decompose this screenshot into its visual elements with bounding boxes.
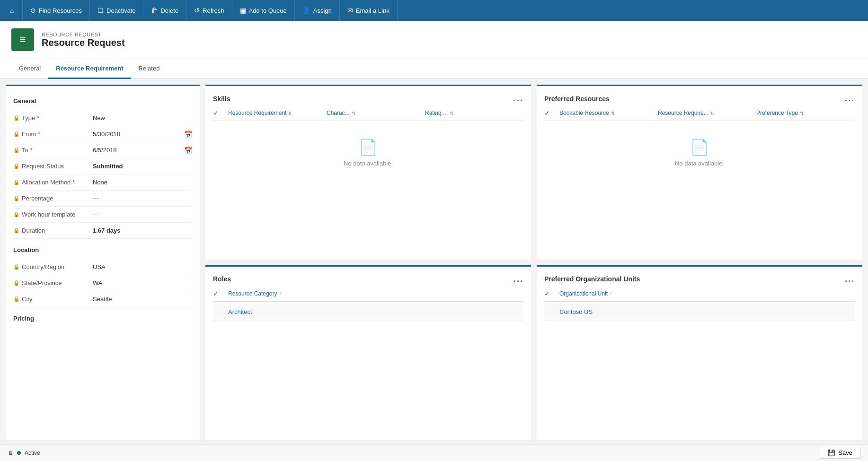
label-type: Type * xyxy=(22,114,93,122)
skills-col-resource-requirement[interactable]: Resource Requirement ⇅ xyxy=(228,110,327,116)
required-star-from: * xyxy=(38,131,40,138)
required-star-to: * xyxy=(30,147,33,154)
lock-icon-duration: 🔒 xyxy=(13,227,22,234)
status-bar: 🖥 Active 💾 Save xyxy=(0,444,868,445)
left-panel: General 🔒 Type * New 🔒 From * 5/30/2018 … xyxy=(6,85,200,440)
value-country-region[interactable]: USA xyxy=(93,263,192,270)
skills-col-charac[interactable]: Charac... ⇅ xyxy=(327,110,425,116)
sort-icon-charac: ⇅ xyxy=(352,111,355,116)
label-percentage: Percentage xyxy=(22,195,93,202)
preferred-org-units-panel: Preferred Organizational Units ... ✓ Org… xyxy=(537,265,862,440)
value-work-hour-template[interactable]: --- xyxy=(93,211,192,218)
lock-icon-country: 🔒 xyxy=(13,264,22,270)
refresh-button[interactable]: ↺ Refresh xyxy=(186,0,232,21)
page-title: Resource Request xyxy=(42,37,125,48)
delete-button[interactable]: 🗑 Delete xyxy=(143,0,186,21)
roles-ellipsis-button[interactable]: ... xyxy=(514,274,523,284)
ou-col-organizational-unit[interactable]: Organizational Unit ↑ xyxy=(559,290,855,297)
email-a-link-button[interactable]: ✉ Email a Link xyxy=(340,0,398,21)
skills-header: Skills ... xyxy=(213,94,523,104)
sort-icon-rating: ⇅ xyxy=(450,111,453,116)
label-from: From * xyxy=(22,130,93,138)
roles-row-0-value[interactable]: Architect xyxy=(228,308,523,315)
pr-col-preference-type[interactable]: Preference Type ⇅ xyxy=(756,110,855,116)
page-title-area: RESOURCE REQUEST Resource Request xyxy=(42,32,125,48)
tab-related[interactable]: Related xyxy=(131,59,168,79)
pr-check-col[interactable]: ✓ xyxy=(544,109,559,117)
preferred-resources-title: Preferred Resources xyxy=(544,95,610,103)
label-city: City xyxy=(22,296,93,303)
tab-general[interactable]: General xyxy=(11,59,48,79)
skills-ellipsis-button[interactable]: ... xyxy=(514,94,523,104)
right-panel: Preferred Resources ... ✓ Bookable Resou… xyxy=(537,85,862,440)
delete-icon: 🗑 xyxy=(151,7,158,14)
lock-icon-to: 🔒 xyxy=(13,147,22,153)
ou-check-col[interactable]: ✓ xyxy=(544,290,559,297)
value-percentage[interactable]: --- xyxy=(93,195,192,202)
add-to-queue-icon: ▣ xyxy=(240,7,246,14)
field-country-region: 🔒 Country/Region USA xyxy=(13,259,192,275)
lock-icon-type: 🔒 xyxy=(13,115,22,121)
skills-col-rating[interactable]: Rating ... ⇅ xyxy=(425,110,523,116)
add-to-queue-button[interactable]: ▣ Add to Queue xyxy=(232,0,295,21)
find-resources-icon: ⊙ xyxy=(30,7,36,14)
value-to[interactable]: 6/5/2018 xyxy=(93,147,182,154)
center-panel: Skills ... ✓ Resource Requirement ⇅ Char… xyxy=(205,85,531,440)
email-icon: ✉ xyxy=(347,7,353,14)
sort-icon-rr2: ⇅ xyxy=(710,111,714,116)
required-star-type: * xyxy=(37,115,39,122)
value-request-status[interactable]: Submitted xyxy=(93,163,192,170)
home-button[interactable]: ⌂ xyxy=(2,0,23,21)
pr-col-resource-require[interactable]: Resource Require... ⇅ xyxy=(658,110,756,116)
skills-empty-icon: 📄 xyxy=(359,138,378,156)
preferred-resources-grid-header: ✓ Bookable Resource ⇅ Resource Require..… xyxy=(544,109,855,121)
org-units-grid-header: ✓ Organizational Unit ↑ xyxy=(544,290,855,302)
value-type[interactable]: New xyxy=(93,114,192,122)
deactivate-button[interactable]: ☐ Deactivate xyxy=(90,0,143,21)
value-allocation-method[interactable]: None xyxy=(93,179,192,186)
roles-grid-header: ✓ Resource Category ↑ xyxy=(213,290,523,302)
pr-col-bookable-resource[interactable]: Bookable Resource ⇅ xyxy=(559,110,658,116)
calendar-icon-to[interactable]: 📅 xyxy=(184,147,192,154)
roles-row-0[interactable]: Architect xyxy=(213,304,523,321)
tab-resource-requirement[interactable]: Resource Requirement xyxy=(48,59,131,79)
calendar-icon-from[interactable]: 📅 xyxy=(184,130,192,138)
value-city[interactable]: Seattle xyxy=(93,296,192,303)
ou-row-0-value[interactable]: Contoso US xyxy=(559,308,855,315)
value-from[interactable]: 5/30/2018 xyxy=(93,130,182,138)
label-to: To * xyxy=(22,147,93,154)
lock-icon-status: 🔒 xyxy=(13,163,22,169)
roles-header: Roles ... xyxy=(213,274,523,284)
lock-icon-allocation: 🔒 xyxy=(13,179,22,185)
label-country-region: Country/Region xyxy=(22,263,93,270)
assign-icon: 👤 xyxy=(302,7,310,14)
roles-check-col[interactable]: ✓ xyxy=(213,290,228,297)
preferred-resources-header: Preferred Resources ... xyxy=(544,94,855,104)
roles-col-resource-category[interactable]: Resource Category ↑ xyxy=(228,290,523,297)
lock-icon-percentage: 🔒 xyxy=(13,195,22,201)
field-to: 🔒 To * 6/5/2018 📅 xyxy=(13,142,192,158)
add-to-queue-label: Add to Queue xyxy=(249,7,287,14)
value-state-province[interactable]: WA xyxy=(93,279,192,287)
lock-icon-from: 🔒 xyxy=(13,131,22,137)
label-state-province: State/Province xyxy=(22,279,93,287)
field-state-province: 🔒 State/Province WA xyxy=(13,275,192,291)
field-city: 🔒 City Seattle xyxy=(13,291,192,307)
find-resources-button[interactable]: ⊙ Find Resources xyxy=(23,0,90,21)
assign-button[interactable]: 👤 Assign xyxy=(295,0,340,21)
skills-check-col[interactable]: ✓ xyxy=(213,109,228,117)
page-icon-symbol: ≡ xyxy=(20,34,26,46)
preferred-org-units-ellipsis-button[interactable]: ... xyxy=(845,274,855,284)
section-pricing-header: Pricing xyxy=(13,315,192,322)
main-content: General 🔒 Type * New 🔒 From * 5/30/2018 … xyxy=(0,79,868,445)
org-units-row-0[interactable]: Contoso US xyxy=(544,304,855,321)
skills-empty-state: 📄 No data available. xyxy=(213,123,523,182)
field-duration: 🔒 Duration 1.67 days xyxy=(13,223,192,239)
refresh-icon: ↺ xyxy=(194,7,200,14)
pr-empty-text: No data available. xyxy=(675,160,724,167)
label-work-hour-template: Work hour template xyxy=(22,211,93,218)
find-resources-label: Find Resources xyxy=(39,7,82,14)
section-location-header: Location xyxy=(13,246,192,253)
field-work-hour-template: 🔒 Work hour template --- xyxy=(13,207,192,223)
preferred-resources-ellipsis-button[interactable]: ... xyxy=(845,94,855,104)
